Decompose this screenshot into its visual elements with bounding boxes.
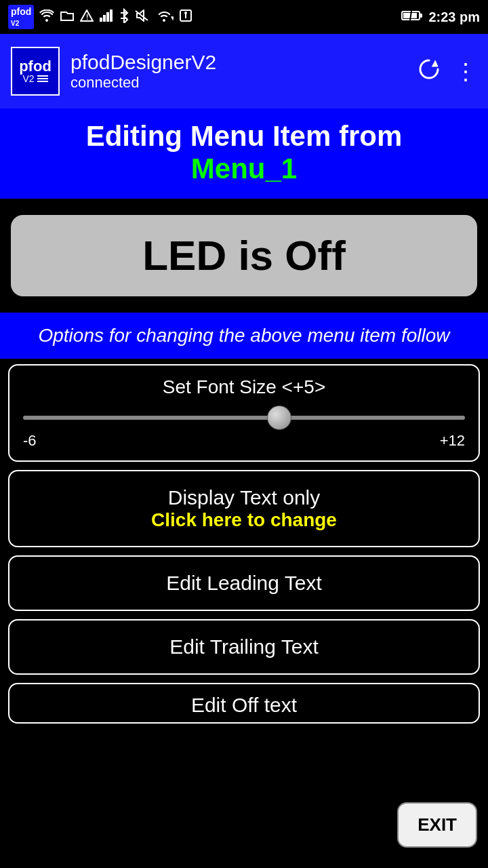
edit-leading-text-button[interactable]: Edit Leading Text (8, 555, 480, 611)
options-text: Options for changing the above menu item… (11, 323, 477, 348)
svg-point-11 (184, 12, 187, 14)
editing-menu-name: Menu_1 (11, 152, 477, 186)
overflow-menu-icon[interactable]: ⋮ (454, 60, 477, 83)
usb-status-icon (179, 9, 192, 26)
svg-rect-2 (103, 15, 106, 22)
bluetooth-status-icon (119, 8, 129, 26)
svg-rect-13 (420, 14, 422, 18)
exit-button-container: EXIT (397, 802, 477, 848)
edit-trailing-label: Edit Trailing Text (23, 635, 465, 658)
warning-status-icon: ! (80, 9, 94, 25)
svg-rect-3 (106, 12, 109, 22)
font-size-slider-container[interactable] (23, 408, 465, 428)
font-size-control: Set Font Size <+5> -6 +12 (8, 364, 480, 462)
svg-line-15 (410, 11, 411, 20)
status-time: 2:23 pm (428, 9, 480, 25)
refresh-icon[interactable] (418, 58, 441, 85)
logo-v2-text: V2 (22, 74, 34, 83)
font-size-label: Set Font Size <+5> (23, 376, 465, 398)
folder-status-icon (60, 9, 75, 25)
app-header: pfod V2 pfodDesignerV2 connected ⋮ (0, 34, 488, 108)
edit-trailing-text-button[interactable]: Edit Trailing Text (8, 619, 480, 675)
editing-title: Editing Menu Item from (11, 121, 477, 152)
app-title-area: pfodDesignerV2 connected (70, 51, 418, 92)
battery-status-icon (401, 9, 423, 25)
signal-status-icon (99, 9, 114, 25)
edit-off-label: Edit Off text (23, 694, 465, 717)
separator-2 (0, 304, 488, 313)
app-logo: pfod V2 (11, 47, 60, 96)
edit-leading-label: Edit Leading Text (23, 572, 465, 595)
logo-lines (37, 75, 48, 82)
exit-button[interactable]: EXIT (397, 802, 477, 848)
svg-rect-1 (100, 18, 102, 22)
display-text-main: Display Text only (23, 486, 465, 509)
edit-off-text-button[interactable]: Edit Off text (8, 683, 480, 724)
editing-banner: Editing Menu Item from Menu_1 (0, 108, 488, 199)
header-icons: ⋮ (418, 58, 477, 85)
slider-track (23, 416, 465, 420)
slider-min-label: -6 (23, 432, 37, 450)
wifi-status-icon (39, 9, 54, 25)
display-text-sub: Click here to change (23, 509, 465, 531)
slider-labels: -6 +12 (23, 432, 465, 450)
slider-max-label: +12 (440, 432, 465, 450)
slider-thumb[interactable] (267, 406, 291, 430)
status-right-icons: 2:23 pm (401, 9, 480, 25)
options-banner: Options for changing the above menu item… (0, 313, 488, 359)
separator-1 (0, 199, 488, 207)
pfod-logo-small: pfodV2 (8, 5, 34, 29)
mute-status-icon (134, 9, 149, 25)
led-button-label: LED is Off (142, 231, 346, 279)
led-area: LED is Off (0, 207, 488, 304)
controls-area: Set Font Size <+5> -6 +12 Display Text o… (0, 359, 488, 729)
app-name: pfodDesignerV2 (70, 51, 418, 74)
status-left-icons: pfodV2 ! ▼ (8, 5, 192, 29)
wifi2-status-icon: ▼ (155, 9, 174, 25)
logo-pfod-text: pfod (19, 59, 52, 74)
svg-rect-4 (110, 9, 113, 22)
display-text-button[interactable]: Display Text only Click here to change (8, 470, 480, 547)
status-bar: pfodV2 ! ▼ (0, 0, 488, 34)
svg-text:!: ! (86, 14, 88, 21)
led-button[interactable]: LED is Off (11, 215, 477, 296)
app-connection-status: connected (70, 74, 418, 92)
svg-text:▼: ▼ (169, 14, 174, 22)
